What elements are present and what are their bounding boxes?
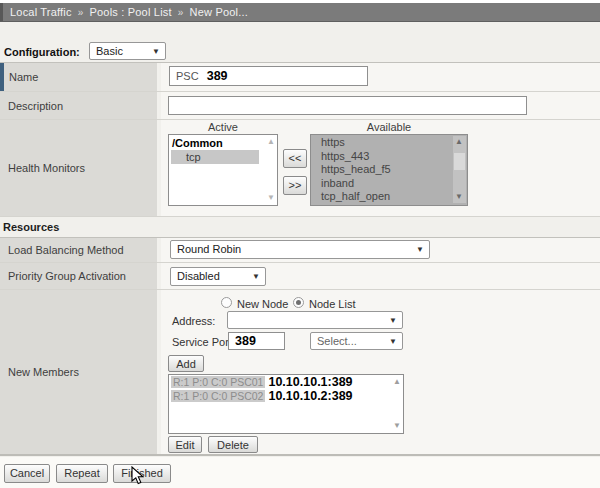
priority-group-value: Disabled	[177, 270, 220, 282]
name-value-annotation: 389	[207, 69, 228, 83]
load-balancing-select[interactable]: Round Robin ▼	[170, 240, 430, 259]
move-to-available-button[interactable]: >>	[283, 176, 307, 195]
address-label: Address:	[172, 315, 215, 327]
scroll-up-icon[interactable]: ▲	[455, 138, 463, 146]
active-monitor-item[interactable]: tcp	[171, 150, 259, 164]
priority-group-label: Priority Group Activation	[8, 270, 126, 282]
breadcrumb-separator: »	[78, 7, 84, 18]
dropdown-arrow-icon: ▼	[389, 316, 397, 325]
repeat-button[interactable]: Repeat	[56, 464, 108, 483]
radio-node-list-label: Node List	[309, 298, 355, 310]
mouse-cursor-icon	[131, 466, 144, 486]
priority-group-label-cell: Priority Group Activation	[0, 263, 159, 289]
dropdown-arrow-icon: ▼	[416, 245, 424, 254]
available-monitors-listbox[interactable]: https https_443 https_head_f5 inband tcp…	[310, 134, 468, 206]
description-label: Description	[8, 100, 63, 112]
active-monitors-listbox[interactable]: /Common tcp ▲ ▼	[168, 134, 278, 206]
health-monitors-label: Health Monitors	[8, 162, 85, 174]
bigip-new-pool-page: Local Traffic»Pools : Pool List»New Pool…	[0, 0, 600, 488]
resources-section-title: Resources	[3, 221, 59, 233]
edit-member-button[interactable]: Edit	[168, 436, 202, 453]
breadcrumb-left-edge	[0, 3, 3, 21]
configuration-value: Basic	[96, 45, 123, 57]
port-preset-select[interactable]: Select... ▼	[310, 332, 403, 350]
breadcrumb-bar: Local Traffic»Pools : Pool List»New Pool…	[0, 3, 600, 22]
name-value: PSC	[176, 70, 199, 82]
address-select[interactable]: ▼	[227, 311, 403, 329]
breadcrumb: Local Traffic»Pools : Pool List»New Pool…	[10, 6, 248, 18]
service-port-value: 389	[235, 334, 256, 348]
cancel-button[interactable]: Cancel	[4, 464, 50, 483]
health-monitors-row: Health Monitors	[0, 120, 600, 217]
member-address: 10.10.10.2:389	[268, 389, 352, 403]
member-info: R:1 P:0 C:0 PSC01	[171, 376, 265, 388]
available-monitor-item[interactable]: https_443	[311, 150, 467, 164]
available-monitors-header: Available	[310, 121, 468, 133]
load-balancing-label: Load Balancing Method	[8, 244, 124, 256]
breadcrumb-separator: »	[178, 7, 184, 18]
breadcrumb-local-traffic[interactable]: Local Traffic	[10, 6, 72, 18]
dropdown-arrow-icon: ▼	[389, 337, 397, 346]
members-listbox[interactable]: R:1 P:0 C:0 PSC0110.10.10.1:389 R:1 P:0 …	[168, 374, 404, 434]
configuration-label: Configuration:	[4, 46, 80, 58]
member-item[interactable]: R:1 P:0 C:0 PSC0110.10.10.1:389	[169, 375, 403, 389]
available-monitor-item[interactable]: https_head_f5	[311, 163, 467, 177]
radio-node-list[interactable]	[293, 297, 304, 308]
available-monitors-scrollbar[interactable]: ▲ ▼	[453, 136, 466, 203]
health-monitors-label-cell: Health Monitors	[0, 120, 159, 216]
scroll-down-icon[interactable]: ▼	[393, 422, 401, 430]
radio-new-node[interactable]	[221, 297, 232, 308]
port-preset-value: Select...	[317, 335, 357, 347]
member-address: 10.10.10.1:389	[268, 375, 352, 389]
breadcrumb-new-pool: New Pool...	[190, 6, 248, 18]
load-balancing-value: Round Robin	[177, 243, 241, 255]
available-monitor-item[interactable]: inband	[311, 177, 467, 191]
name-label: Name	[9, 71, 38, 83]
scrollbar-thumb[interactable]	[454, 153, 465, 170]
move-to-active-button[interactable]: <<	[283, 149, 307, 168]
scroll-down-icon[interactable]: ▼	[267, 194, 275, 202]
dropdown-arrow-icon: ▼	[252, 272, 260, 281]
active-monitors-header: Active	[168, 121, 278, 133]
service-port-label: Service Port:	[172, 336, 235, 348]
load-balancing-label-cell: Load Balancing Method	[0, 238, 159, 262]
available-monitor-item[interactable]: tcp_half_open	[311, 190, 467, 204]
name-input[interactable]: PSC 389	[169, 66, 368, 86]
description-input[interactable]	[168, 96, 527, 115]
priority-group-select[interactable]: Disabled ▼	[170, 267, 266, 286]
scroll-up-icon[interactable]: ▲	[393, 378, 401, 386]
add-member-button[interactable]: Add	[168, 355, 204, 372]
available-monitor-item[interactable]: https	[311, 135, 467, 150]
monitor-partition-group: /Common	[169, 135, 277, 149]
name-label-cell: Name	[0, 63, 159, 91]
priority-group-row: Priority Group Activation	[0, 263, 600, 290]
configuration-select[interactable]: Basic ▼	[89, 42, 166, 60]
scroll-down-icon[interactable]: ▼	[455, 193, 463, 201]
breadcrumb-pool-list[interactable]: Pools : Pool List	[89, 6, 171, 18]
new-members-label-cell: New Members	[0, 290, 159, 454]
dropdown-arrow-icon: ▼	[152, 47, 160, 56]
radio-new-node-label: New Node	[237, 298, 288, 310]
description-label-cell: Description	[0, 92, 159, 119]
service-port-input[interactable]: 389	[228, 332, 285, 350]
delete-member-button[interactable]: Delete	[208, 436, 258, 453]
scroll-up-icon[interactable]: ▲	[267, 138, 275, 146]
new-members-label: New Members	[8, 366, 79, 378]
member-item[interactable]: R:1 P:0 C:0 PSC0210.10.10.2:389	[169, 389, 403, 403]
member-info: R:1 P:0 C:0 PSC02	[171, 390, 265, 402]
